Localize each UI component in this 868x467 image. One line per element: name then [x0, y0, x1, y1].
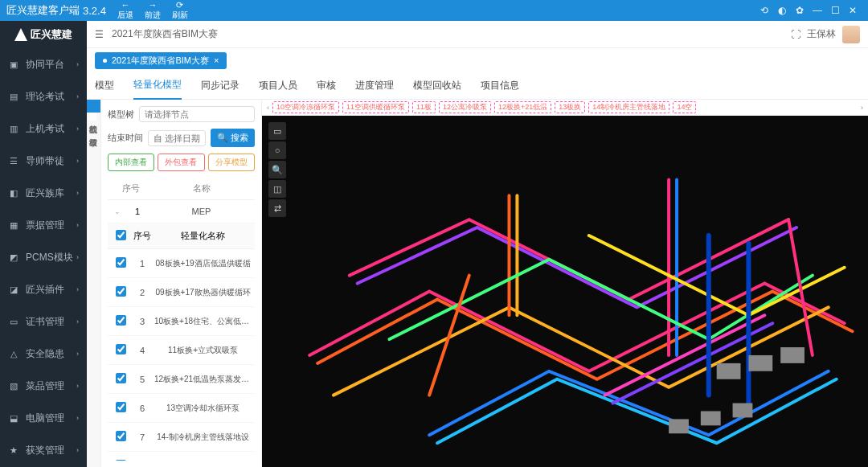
- row-checkbox[interactable]: [116, 431, 126, 441]
- viewer-chip[interactable]: 12公寓冷吸泵: [439, 101, 491, 113]
- inner-view-button[interactable]: 内部查看: [108, 154, 154, 171]
- svg-rect-1: [748, 355, 772, 371]
- close-tab-icon[interactable]: ×: [214, 55, 219, 65]
- forward-button[interactable]: →前进: [145, 1, 161, 21]
- close-button[interactable]: ✕: [844, 5, 862, 16]
- nav-icon: ⬓: [8, 413, 19, 424]
- nav-item[interactable]: ☰导师带徒›: [0, 145, 87, 177]
- model-viewer[interactable]: ‹ 10空调冷冻循环泵11空调供暖循环泵11板12公寓冷吸泵12板换+21低温1…: [262, 100, 868, 467]
- refresh-button[interactable]: ⟳刷新: [172, 1, 188, 21]
- sub-table-header: 序号 轻量化名称: [108, 223, 255, 249]
- sub-tab[interactable]: 项目信息: [481, 72, 519, 99]
- chevron-right-icon: ›: [76, 253, 79, 261]
- row-checkbox[interactable]: [116, 373, 126, 383]
- tree-label: 模型树: [108, 109, 134, 121]
- minimize-button[interactable]: —: [809, 5, 826, 16]
- nav-item[interactable]: △安全隐患›: [0, 338, 87, 370]
- viewer-top-bar: ‹ 10空调冷冻循环泵11空调供暖循环泵11板12公寓冷吸泵12板换+21低温1…: [262, 100, 868, 116]
- nav-item[interactable]: ▦票据管理›: [0, 209, 87, 241]
- row-checkbox[interactable]: [116, 286, 126, 297]
- rail-tab[interactable]: 模型审核: [87, 125, 100, 138]
- share-model-button[interactable]: 分享模型: [208, 154, 255, 171]
- sub-tab[interactable]: 同步记录: [201, 72, 240, 99]
- search-button[interactable]: 🔍 搜索: [211, 129, 255, 147]
- list-item[interactable]: 310板换+18住宅、公寓低温供泵: [108, 307, 255, 336]
- end-time-label: 结束时间: [108, 132, 143, 144]
- viewer-chip[interactable]: 14制冷机房主管线落地: [588, 101, 669, 113]
- list-item[interactable]: 714-制冷机房主管线落地设: [108, 423, 255, 452]
- nav-item[interactable]: ◪匠兴插件›: [0, 273, 87, 305]
- viewer-chip[interactable]: 11空调供暖循环泵: [342, 101, 409, 113]
- nav-item[interactable]: ⬓电脑管理›: [0, 402, 87, 434]
- date-input[interactable]: [148, 130, 206, 146]
- model-panel: 模型树 结束时间 🔍 搜索 内部查看 外包查看 分享模型 序号 名称: [101, 100, 262, 467]
- select-all-checkbox[interactable]: [116, 230, 126, 240]
- nav-item[interactable]: ◩PCMS模块›: [0, 241, 87, 273]
- row-checkbox[interactable]: [116, 402, 126, 412]
- list-item[interactable]: 411板换+立式双吸泵: [108, 336, 255, 365]
- refresh-icon: ⟳: [176, 1, 183, 10]
- table-row[interactable]: ⌄ 1 MEP: [108, 200, 255, 223]
- viewer-chip[interactable]: 13板换: [555, 101, 585, 113]
- tree-input[interactable]: [139, 106, 255, 122]
- back-button[interactable]: ←后退: [117, 1, 133, 21]
- sub-tab[interactable]: 模型: [95, 72, 114, 99]
- maximize-button[interactable]: ☐: [826, 5, 844, 16]
- sub-tab[interactable]: 轻量化模型: [133, 72, 182, 100]
- menu-icon[interactable]: ☰: [95, 29, 104, 40]
- chevron-right-icon: ›: [76, 221, 79, 229]
- sub-tabs: 模型轻量化模型同步记录项目人员审核进度管理模型回收站项目信息: [87, 72, 868, 100]
- list-item[interactable]: 814空调冷水循泵: [108, 452, 255, 461]
- sub-tab[interactable]: 进度管理: [355, 72, 394, 99]
- arrow-left-icon[interactable]: ‹: [267, 104, 269, 112]
- nav-item[interactable]: ◧匠兴族库›: [0, 177, 87, 209]
- chevron-right-icon: ›: [76, 285, 79, 293]
- arrow-right-icon[interactable]: ›: [861, 104, 863, 112]
- settings-icon[interactable]: ✿: [791, 5, 809, 16]
- chevron-right-icon: ›: [76, 157, 79, 165]
- list-item[interactable]: 108板换+19酒店低温供暖循: [108, 249, 255, 278]
- theme-icon[interactable]: ◐: [773, 5, 791, 16]
- viewer-chip[interactable]: 12板换+21低温: [494, 101, 551, 113]
- sub-tab[interactable]: 项目人员: [259, 72, 297, 99]
- nav-item[interactable]: ▣协同平台›: [0, 48, 87, 80]
- svg-rect-4: [701, 411, 721, 425]
- rail-tab[interactable]: 正式模型: [87, 100, 100, 113]
- chevron-right-icon: ›: [76, 60, 79, 68]
- outer-view-button[interactable]: 外包查看: [158, 154, 204, 171]
- svg-rect-3: [669, 419, 689, 433]
- viewer-chip[interactable]: 11板: [412, 101, 436, 113]
- sidebar: 匠兴慧建 ▣协同平台›▤理论考试›▥上机考试›☰导师带徒›◧匠兴族库›▦票据管理…: [0, 21, 87, 467]
- row-checkbox[interactable]: [116, 257, 126, 268]
- list-item[interactable]: 512板换+21低温热泵蒸发侧循: [108, 365, 255, 394]
- app-name: 匠兴慧建客户端: [6, 3, 80, 18]
- nav-item[interactable]: ▧菜品管理›: [0, 370, 87, 402]
- nav-item[interactable]: ▥上机考试›: [0, 113, 87, 145]
- viewer-chip[interactable]: 10空调冷冻循环泵: [272, 101, 339, 113]
- nav-icon: ▧: [8, 381, 19, 391]
- sync-icon[interactable]: ⟲: [755, 5, 773, 16]
- list-item[interactable]: 209板换+17散热器供暖循环: [108, 278, 255, 307]
- chevron-right-icon: ›: [76, 92, 79, 100]
- nav-item[interactable]: ▭证书管理›: [0, 305, 87, 338]
- row-checkbox[interactable]: [116, 344, 126, 354]
- viewer-chip[interactable]: 14空: [673, 101, 696, 113]
- sub-tab[interactable]: 审核: [317, 72, 336, 99]
- avatar[interactable]: [842, 26, 860, 43]
- side-rail: 正式模型我的模型模型审核: [87, 100, 101, 467]
- expand-icon[interactable]: ⛶: [791, 29, 800, 40]
- sub-tab[interactable]: 模型回收站: [413, 72, 461, 99]
- nav-icon: △: [8, 349, 19, 359]
- chevron-down-icon[interactable]: ⌄: [111, 207, 124, 215]
- chevron-right-icon: ›: [76, 317, 79, 326]
- dot-icon: [103, 59, 107, 63]
- rail-tab[interactable]: 我的模型: [87, 113, 100, 125]
- arrow-left-icon: ←: [121, 1, 129, 10]
- list-item[interactable]: 613空调冷却水循环泵: [108, 394, 255, 423]
- nav-item[interactable]: ▤理论考试›: [0, 80, 87, 113]
- tab-chip[interactable]: 2021年度陕西省BIM大赛 ×: [95, 52, 227, 69]
- nav-item[interactable]: ★获奖管理›: [0, 434, 87, 466]
- nav-icon: ★: [8, 445, 19, 456]
- row-checkbox[interactable]: [116, 460, 126, 461]
- row-checkbox[interactable]: [116, 315, 126, 326]
